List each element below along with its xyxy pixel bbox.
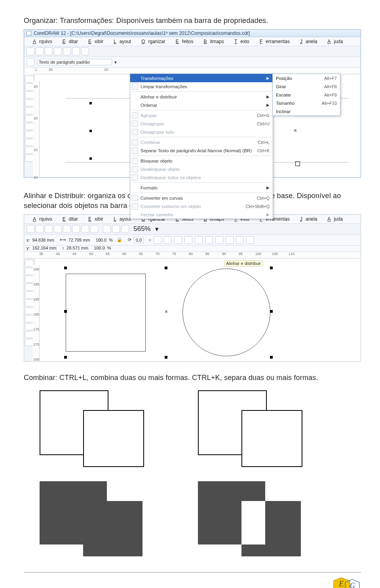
menu-organizar[interactable]: Organizar bbox=[135, 38, 169, 45]
toolbar-btn[interactable] bbox=[45, 225, 53, 233]
align-btn[interactable] bbox=[226, 236, 234, 244]
tool-zoom[interactable] bbox=[25, 276, 34, 283]
drawing-canvas[interactable]: Alinhar e distribuir × bbox=[50, 259, 361, 361]
align-btn[interactable] bbox=[195, 236, 203, 244]
tool-text[interactable] bbox=[25, 131, 34, 138]
menu-item[interactable]: Limpar transformações bbox=[130, 82, 273, 91]
align-btn[interactable] bbox=[236, 236, 244, 244]
menu-item[interactable]: Separar Texto de parágrafo:Arial Narrow … bbox=[130, 146, 273, 155]
toolbar-btn[interactable] bbox=[54, 47, 62, 55]
submenu-item[interactable]: EscalarAlt+F9 bbox=[273, 91, 340, 99]
toolbar-btn[interactable] bbox=[72, 225, 80, 233]
menu-bar[interactable]: ArquivoEditarExibirLayoutOrganizarEfeito… bbox=[24, 37, 361, 46]
menu-ajuda[interactable]: Ajuda bbox=[321, 216, 346, 223]
mirror-v-btn[interactable] bbox=[164, 236, 172, 244]
menu-ajuda[interactable]: Ajuda bbox=[321, 38, 346, 45]
submenu-item[interactable]: Inclinar bbox=[273, 107, 340, 115]
toolbar-btn[interactable] bbox=[45, 47, 53, 55]
submenu-item[interactable]: PosiçãoAlt+F7 bbox=[273, 74, 340, 82]
toolbar-btn[interactable] bbox=[54, 225, 62, 233]
menu-item[interactable]: Alinhar e distribuir▶ bbox=[130, 93, 273, 101]
menu-exibir[interactable]: Exibir bbox=[82, 38, 106, 45]
align-btn[interactable] bbox=[215, 236, 223, 244]
tool-zoom[interactable] bbox=[25, 91, 34, 98]
menu-item[interactable]: AgruparCtrl+G bbox=[130, 111, 273, 119]
toolbar-btn[interactable] bbox=[121, 225, 129, 233]
submenu-item[interactable]: GirarAlt+F8 bbox=[273, 82, 340, 91]
standard-toolbar[interactable]: 565% ▾ bbox=[24, 224, 361, 235]
menu-janela[interactable]: Janela bbox=[294, 216, 320, 223]
toolbar-btn[interactable] bbox=[90, 225, 98, 233]
menu-janela[interactable]: Janela bbox=[294, 38, 320, 45]
text-style-field[interactable]: Texto de parágrafo padrão bbox=[37, 59, 112, 65]
toolbar-btn[interactable] bbox=[81, 47, 89, 55]
mirror-h-btn[interactable] bbox=[154, 236, 162, 244]
tool-freehand[interactable] bbox=[25, 99, 34, 106]
menu-item[interactable]: Converter em curvasCtrl+Q bbox=[130, 194, 273, 202]
prop-icon[interactable] bbox=[27, 58, 34, 66]
rectangle-object[interactable] bbox=[66, 274, 146, 352]
tool-pick[interactable] bbox=[25, 76, 34, 83]
tool-shape[interactable] bbox=[25, 268, 34, 275]
toolbar-btn[interactable] bbox=[27, 47, 34, 55]
menu-item[interactable]: Desbloquear objeto bbox=[130, 165, 273, 173]
menu-item[interactable]: Transformações▶ bbox=[130, 74, 273, 82]
align-btn[interactable] bbox=[174, 236, 182, 244]
tool-ellipse[interactable] bbox=[25, 115, 34, 122]
tool-shape[interactable] bbox=[25, 83, 34, 91]
standard-toolbar[interactable] bbox=[24, 46, 361, 57]
menu-editar[interactable]: Editar bbox=[56, 38, 81, 45]
toolbar-btn[interactable] bbox=[81, 225, 89, 233]
tool-polygon[interactable] bbox=[25, 307, 34, 314]
menu-item[interactable]: Desagrupar tudo bbox=[130, 128, 273, 136]
tool-fill[interactable] bbox=[25, 155, 34, 162]
tool-polygon[interactable] bbox=[25, 123, 34, 130]
menu-efeitos[interactable]: Efeitos bbox=[169, 38, 197, 45]
menu-item[interactable]: Fechar caminho▶ bbox=[130, 210, 273, 219]
toolbar-btn[interactable] bbox=[103, 225, 111, 233]
menu-item[interactable]: Formato▶ bbox=[130, 183, 273, 192]
align-btn[interactable] bbox=[184, 236, 192, 244]
menu-bitmaps[interactable]: Bitmaps bbox=[198, 38, 227, 45]
toolbar-btn[interactable] bbox=[63, 225, 71, 233]
drawing-canvas[interactable]: × Transformações▶Limpar transformaçõesAl… bbox=[50, 74, 361, 177]
toolbar-btn[interactable] bbox=[72, 47, 80, 55]
submenu-item[interactable]: TamanhoAlt+F10 bbox=[273, 99, 340, 107]
menu-arquivo[interactable]: Arquivo bbox=[27, 216, 55, 223]
toolbar-btn[interactable] bbox=[36, 225, 44, 233]
property-bar[interactable]: x: 94.838 mm ⟷ 72.709 mm 100.0% 🔒 ⟳ 0,0 … bbox=[24, 235, 361, 246]
tool-outline[interactable] bbox=[25, 331, 34, 338]
tool-ellipse[interactable] bbox=[25, 299, 34, 306]
menu-item[interactable]: Bloquear objeto bbox=[130, 157, 273, 165]
menu-item[interactable]: Ordenar▶ bbox=[130, 101, 273, 109]
tool-blend[interactable] bbox=[25, 139, 34, 146]
toolbar-btn[interactable] bbox=[27, 225, 34, 233]
tool-outline[interactable] bbox=[25, 147, 34, 154]
align-btn[interactable] bbox=[205, 236, 213, 244]
organizar-menu[interactable]: Transformações▶Limpar transformaçõesAlin… bbox=[130, 74, 273, 219]
align-btn[interactable] bbox=[246, 236, 254, 244]
ellipse-object[interactable] bbox=[182, 268, 270, 356]
tool-freehand[interactable] bbox=[25, 284, 34, 291]
toolbar-btn[interactable] bbox=[112, 225, 120, 233]
menu-editar[interactable]: Editar bbox=[56, 216, 81, 223]
menu-exibir[interactable]: Exibir bbox=[82, 216, 106, 223]
tool-rect[interactable] bbox=[25, 107, 34, 114]
menu-texto[interactable]: Texto bbox=[228, 38, 253, 45]
menu-item[interactable]: DesagruparCtrl+U bbox=[130, 119, 273, 128]
zoom-field[interactable]: 565% bbox=[130, 225, 154, 233]
toolbar-btn[interactable] bbox=[36, 47, 44, 55]
menu-item[interactable]: CombinarCtrl+L bbox=[130, 138, 273, 146]
tool-pick[interactable] bbox=[25, 260, 34, 267]
tool-text[interactable] bbox=[25, 315, 34, 322]
menu-arquivo[interactable]: Arquivo bbox=[27, 38, 55, 45]
property-bar[interactable]: Texto de parágrafo padrão ▾ bbox=[24, 57, 361, 68]
menu-item[interactable]: Desbloquear todos os objetos bbox=[130, 173, 273, 182]
menu-layout[interactable]: Layout bbox=[107, 38, 134, 45]
tool-blend[interactable] bbox=[25, 323, 34, 330]
toolbar-btn[interactable] bbox=[63, 47, 71, 55]
tool-rect[interactable] bbox=[25, 291, 34, 299]
tool-fill[interactable] bbox=[25, 339, 34, 346]
transformacoes-submenu[interactable]: PosiçãoAlt+F7GirarAlt+F8EscalarAlt+F9Tam… bbox=[272, 74, 340, 116]
menu-item[interactable]: Converter contorno em objetoCtrl+Shift+Q bbox=[130, 202, 273, 210]
